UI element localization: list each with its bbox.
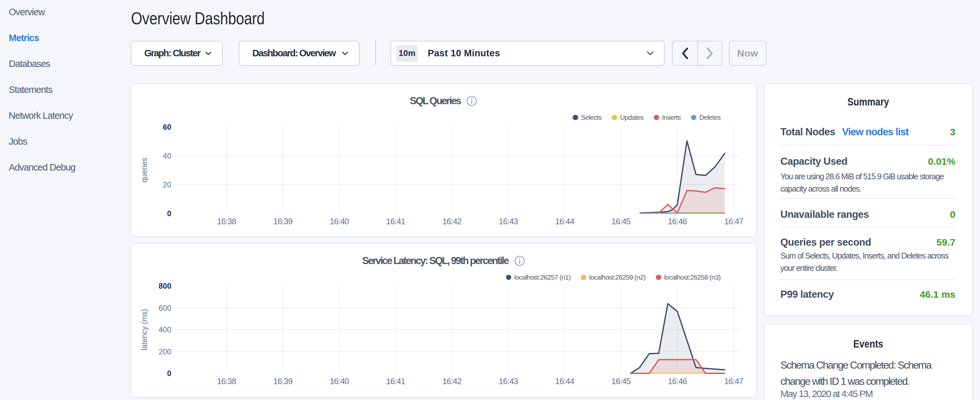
event-timestamp: May 13, 2020 at 4:45 PM — [780, 388, 959, 399]
y-axis-unit-label: queries — [140, 158, 148, 183]
y-tick-label: 20 — [163, 180, 171, 189]
unavailable-ranges-value: 0 — [950, 209, 955, 220]
y-tick-label: 800 — [159, 282, 171, 290]
legend-item[interactable]: Selects — [573, 113, 601, 121]
legend-item[interactable]: localhost:26258 (n3) — [656, 274, 721, 281]
x-tick-label: 16:46 — [668, 377, 687, 386]
graph-selector-label: Graph: Cluster — [144, 48, 200, 59]
event-message[interactable]: Schema Change Completed: Schema change w… — [780, 357, 959, 389]
toolbar-divider — [375, 40, 376, 66]
time-range-selector[interactable]: 10m Past 10 Minutes — [390, 41, 665, 66]
sidebar-item-metrics[interactable]: Metrics — [9, 25, 123, 51]
description-line: You are using 28.6 MiB of 515.9 GiB usab… — [780, 171, 959, 183]
chart-legend: localhost:26257 (n1)localhost:26259 (n2)… — [496, 273, 721, 282]
info-icon[interactable] — [466, 96, 477, 107]
y-tick-label: 600 — [159, 304, 171, 312]
summary-panel: Summary Total Nodes View nodes list 3 Ca… — [764, 83, 972, 316]
total-nodes-label: Total Nodes — [780, 126, 835, 138]
sidebar-item-advanced-debug[interactable]: Advanced Debug — [9, 155, 123, 180]
p99-latency-value: 46.1 ms — [920, 289, 955, 300]
divider — [780, 227, 955, 228]
x-tick-label: 16:40 — [330, 217, 349, 226]
dashboard-selector-dropdown[interactable]: Dashboard: Overview — [239, 41, 360, 66]
x-tick-label: 16:42 — [442, 217, 461, 226]
chart-header: Service Latency: SQL, 99th percentile — [131, 255, 756, 267]
legend-label: Updates — [620, 113, 644, 121]
legend-label: Deletes — [699, 113, 721, 121]
capacity-used-value: 0.01% — [928, 156, 955, 167]
y-tick-label: 200 — [159, 347, 171, 356]
events-panel-title: Events — [782, 338, 954, 350]
x-tick-label: 16:45 — [611, 377, 631, 386]
x-tick-label: 16:39 — [274, 377, 293, 386]
capacity-used-label: Capacity Used — [780, 156, 847, 167]
sidebar-item-overview[interactable]: Overview — [9, 0, 123, 25]
x-tick-label: 16:38 — [217, 217, 237, 226]
y-tick-label: 400 — [159, 325, 171, 334]
info-icon[interactable] — [514, 255, 525, 266]
summary-row-unavailable-ranges: Unavailable ranges 0 — [780, 207, 955, 222]
legend-item[interactable]: Updates — [612, 113, 644, 121]
legend-label: Inserts — [662, 113, 680, 121]
y-tick-label: 40 — [163, 152, 171, 160]
legend-dot — [612, 115, 617, 120]
dashboard-selector-label: Dashboard: Overview — [252, 48, 335, 59]
sidebar-item-databases[interactable]: Databases — [9, 51, 123, 77]
sidebar: Overview Metrics Databases Statements Ne… — [0, 0, 123, 400]
chevron-left-icon — [681, 47, 689, 59]
legend-dot — [656, 275, 661, 280]
legend-label: localhost:26258 (n3) — [664, 274, 721, 281]
x-tick-label: 16:39 — [274, 217, 293, 226]
y-tick-label: 0 — [167, 369, 171, 378]
x-tick-label: 16:41 — [386, 377, 405, 386]
summary-panel-title: Summary — [782, 96, 954, 108]
x-tick-label: 16:38 — [217, 377, 237, 386]
previous-timespan-button[interactable] — [673, 41, 697, 65]
p99-latency-label: P99 latency — [780, 288, 834, 300]
chevron-down-icon — [342, 51, 348, 55]
now-button[interactable]: Now — [729, 41, 767, 66]
x-tick-label: 16:47 — [724, 217, 743, 226]
time-range-badge: 10m — [396, 45, 418, 62]
unavailable-ranges-label: Unavailable ranges — [780, 209, 869, 220]
legend-item[interactable]: Deletes — [691, 113, 721, 121]
time-range-label: Past 10 Minutes — [428, 48, 647, 59]
legend-dot — [654, 115, 659, 120]
total-nodes-value: 3 — [950, 126, 955, 137]
y-tick-label: 60 — [163, 123, 171, 131]
x-tick-label: 16:43 — [499, 217, 518, 226]
view-nodes-list-link[interactable]: View nodes list — [842, 126, 908, 138]
description-line: your entire cluster. — [780, 262, 959, 274]
queries-per-second-value: 59.7 — [937, 237, 955, 248]
event-text-line: change with ID 1 was completed. — [780, 373, 959, 389]
next-timespan-button[interactable] — [697, 41, 722, 65]
page-title: Overview Dashboard — [131, 8, 265, 28]
queries-per-second-label: Queries per second — [780, 237, 871, 248]
legend-dot — [573, 115, 578, 120]
sidebar-item-jobs[interactable]: Jobs — [9, 129, 123, 155]
summary-row-queries-per-second: Queries per second 59.7 — [780, 235, 955, 250]
capacity-used-description: You are using 28.6 MiB of 515.9 GiB usab… — [780, 171, 959, 195]
legend-item[interactable]: Inserts — [654, 113, 681, 121]
x-tick-label: 16:44 — [555, 377, 574, 386]
chevron-down-icon — [647, 51, 654, 55]
graph-selector-dropdown[interactable]: Graph: Cluster — [131, 41, 223, 66]
chevron-right-icon — [706, 47, 714, 59]
sidebar-nav: Overview Metrics Databases Statements Ne… — [9, 0, 123, 180]
y-tick-label: 0 — [167, 209, 171, 218]
sidebar-item-network-latency[interactable]: Network Latency — [9, 103, 123, 129]
legend-dot — [691, 115, 697, 120]
divider — [780, 145, 955, 146]
legend-dot — [506, 275, 512, 280]
sidebar-item-statements[interactable]: Statements — [9, 77, 123, 103]
legend-dot — [581, 275, 586, 280]
events-panel: Events Schema Change Completed: Schema c… — [764, 324, 972, 400]
chart-header: SQL Queries — [131, 95, 756, 107]
chart-title-sql-queries: SQL Queries — [410, 95, 460, 107]
x-tick-label: 16:46 — [668, 217, 687, 226]
legend-item[interactable]: localhost:26259 (n2) — [581, 274, 646, 281]
legend-item[interactable]: localhost:26257 (n1) — [506, 274, 571, 281]
event-text-line: Schema Change Completed: Schema — [780, 357, 959, 373]
x-tick-label: 16:42 — [442, 377, 461, 386]
x-tick-label: 16:40 — [330, 377, 349, 386]
